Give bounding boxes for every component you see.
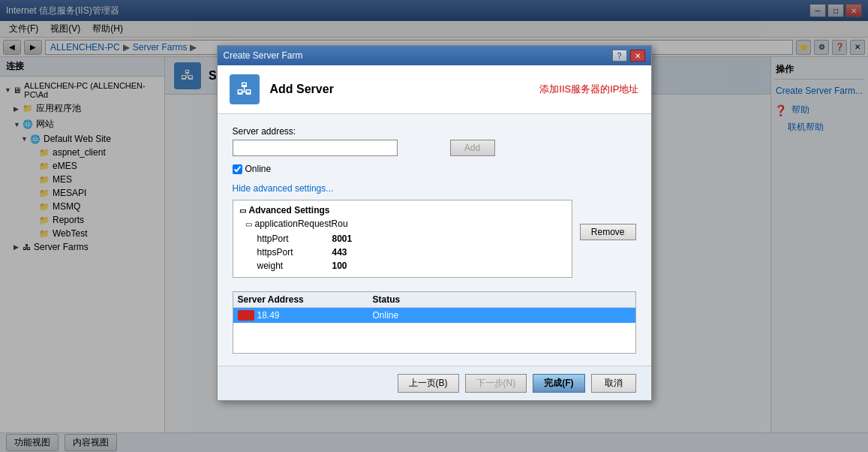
dialog-footer: 上一页(B) 下一步(N) 完成(F) 取消 bbox=[218, 366, 651, 400]
adv-key-httpsport: httpsPort bbox=[257, 247, 332, 258]
cancel-button[interactable]: 取消 bbox=[591, 374, 636, 393]
dialog-header-title: Add Server bbox=[270, 83, 334, 96]
advanced-settings-header: ▭ Advanced Settings bbox=[239, 205, 566, 215]
adv-collapse-icon[interactable]: ▭ bbox=[239, 206, 246, 215]
adv-key-weight: weight bbox=[257, 261, 332, 271]
server-list-empty bbox=[233, 323, 635, 353]
adv-val-weight: 100 bbox=[332, 261, 347, 271]
online-checkbox[interactable] bbox=[233, 164, 242, 174]
remove-button-container: Remove bbox=[580, 182, 636, 240]
hide-advanced-link[interactable]: Hide advanced settings... bbox=[233, 183, 334, 194]
settings-row: Hide advanced settings... ▭ Advanced Set… bbox=[233, 179, 636, 284]
advanced-sub-header: ▭ applicationRequestRou bbox=[239, 218, 566, 229]
server-address-label: Server address: bbox=[233, 126, 636, 137]
server-list-row[interactable]: 18.49 Online bbox=[233, 308, 635, 323]
adv-key-httpport: httpPort bbox=[257, 234, 332, 244]
server-status-indicator bbox=[238, 310, 254, 321]
adv-val-httpsport: 443 bbox=[332, 247, 347, 258]
col-server-address: Server Address bbox=[238, 294, 373, 305]
dialog-header-hint: 添加IIS服务器的IP地址 bbox=[539, 83, 638, 96]
server-address-row: Add bbox=[233, 140, 636, 156]
col-status: Status bbox=[373, 294, 631, 305]
hide-settings-container: Hide advanced settings... bbox=[233, 183, 572, 194]
adv-sub-icon: ▭ bbox=[245, 220, 252, 228]
advanced-settings-grid: ▭ Advanced Settings ▭ applicationRequest… bbox=[233, 200, 572, 278]
settings-left: Hide advanced settings... ▭ Advanced Set… bbox=[233, 179, 572, 284]
prev-button[interactable]: 上一页(B) bbox=[398, 374, 459, 393]
dialog-help-button[interactable]: ? bbox=[612, 50, 627, 62]
dialog-title: Create Server Farm bbox=[224, 50, 612, 61]
advanced-settings-title: Advanced Settings bbox=[249, 205, 330, 215]
online-checkbox-label: Online bbox=[245, 164, 272, 174]
adv-row-httpsport: httpsPort 443 bbox=[239, 246, 566, 259]
dialog-header-icon: 🖧 bbox=[230, 74, 260, 104]
next-button[interactable]: 下一步(N) bbox=[465, 374, 527, 393]
adv-row-weight: weight 100 bbox=[239, 259, 566, 273]
online-checkbox-row: Online bbox=[233, 164, 636, 174]
create-server-farm-dialog: Create Server Farm ? ✕ 🖧 Add Server 添加II… bbox=[217, 45, 652, 401]
finish-button[interactable]: 完成(F) bbox=[533, 374, 584, 393]
remove-button[interactable]: Remove bbox=[580, 224, 636, 240]
server-address-value: 18.49 bbox=[257, 310, 280, 321]
add-button[interactable]: Add bbox=[450, 140, 495, 156]
dialog-body: Server address: Add Online Hide advanced… bbox=[218, 114, 651, 366]
adv-subsection: applicationRequestRou bbox=[255, 218, 348, 229]
server-address-group: Server address: Add bbox=[233, 126, 636, 156]
server-address-input[interactable] bbox=[233, 140, 398, 156]
dialog-close-button[interactable]: ✕ bbox=[630, 50, 645, 62]
server-list: Server Address Status 18.49 Online bbox=[233, 291, 636, 354]
server-address-cell: 18.49 bbox=[238, 310, 373, 321]
adv-row-httpport: httpPort 8001 bbox=[239, 232, 566, 246]
modal-overlay: Create Server Farm ? ✕ 🖧 Add Server 添加II… bbox=[0, 0, 868, 452]
adv-val-httpport: 8001 bbox=[332, 234, 353, 244]
dialog-header: 🖧 Add Server 添加IIS服务器的IP地址 bbox=[218, 65, 651, 114]
dialog-titlebar: Create Server Farm ? ✕ bbox=[218, 46, 651, 65]
server-list-header: Server Address Status bbox=[233, 292, 635, 308]
server-status-value: Online bbox=[373, 310, 631, 321]
